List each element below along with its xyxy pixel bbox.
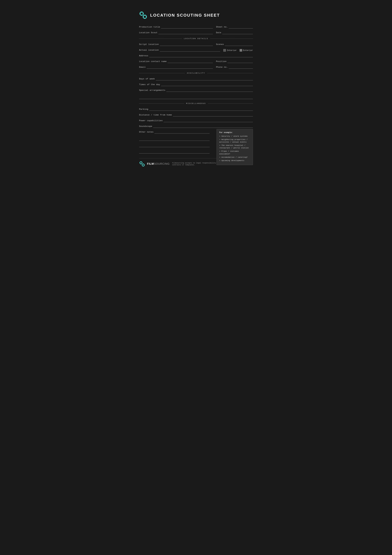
miscellaneous-divider: MISCELLANEOUS: [139, 102, 253, 104]
address-line[interactable]: [149, 54, 253, 57]
position-line[interactable]: [228, 60, 253, 63]
location-details-divider: LOCATION DETAILS: [139, 38, 253, 40]
phone-label: Phone no.: [216, 66, 228, 69]
production-title-field: Production title: [139, 26, 213, 29]
production-title-line[interactable]: [161, 26, 213, 29]
svg-rect-4: [141, 15, 142, 16]
phone-line[interactable]: [229, 66, 253, 69]
email-label: Email: [139, 66, 146, 69]
power-row: Power capabilities: [139, 119, 253, 122]
divider-line-left-2: [139, 73, 185, 73]
availability-label: AVAILABILITY: [185, 72, 207, 74]
footer-brand-light: SOURCING: [154, 162, 170, 165]
notes-item-3: • The nearest hospital / restaurant / pe…: [219, 144, 250, 149]
divider-line-left-3: [139, 103, 184, 104]
power-line[interactable]: [164, 119, 253, 122]
position-label: Position: [216, 60, 227, 63]
times-row: Times of the day: [139, 83, 253, 86]
scenes-label: Scenes: [216, 43, 224, 46]
note-blank-line-3[interactable]: [139, 149, 210, 153]
svg-rect-6: [141, 13, 141, 13]
notes-item-2: • Neighboring properties / activites / a…: [219, 138, 250, 143]
email-phone-row: Email Phone no.: [139, 66, 253, 69]
page-title: LOCATION SCOUTING SHEET: [150, 13, 220, 18]
actual-location-line[interactable]: [160, 49, 220, 51]
svg-rect-21: [141, 162, 142, 162]
email-field: Email: [139, 66, 213, 69]
scenes-field: Scenes: [216, 43, 253, 46]
other-notes-line[interactable]: [154, 131, 210, 133]
script-location-label: Script location: [139, 43, 159, 46]
svg-rect-7: [142, 13, 143, 13]
location-details-label: LOCATION DETAILS: [182, 38, 210, 40]
svg-rect-8: [141, 14, 141, 15]
divider-line-right-2: [207, 73, 253, 73]
location-contact-label: Location contact name: [139, 60, 167, 63]
days-of-week-line[interactable]: [156, 78, 253, 80]
page: LOCATION SCOUTING SHEET Production title…: [128, 3, 264, 193]
address-label: Address: [139, 55, 148, 57]
footer-brand-bold: FILM: [147, 162, 154, 165]
notes-box-title: For example:: [219, 131, 250, 134]
notes-item-6: • Upcoming developments: [219, 159, 250, 162]
svg-rect-10: [144, 16, 144, 16]
footer-logo-icon: [139, 161, 145, 167]
notes-item-4: • Props / costumes available?: [219, 150, 250, 155]
note-blank-line-2[interactable]: [139, 143, 210, 147]
interior-checkbox[interactable]: [223, 49, 226, 51]
note-blank-line-1[interactable]: [139, 136, 210, 141]
soundscape-field: Soundscape: [139, 125, 253, 128]
svg-rect-26: [143, 166, 143, 166]
distance-label: Distance / time from home: [139, 114, 172, 117]
times-field: Times of the day: [139, 83, 253, 86]
production-title-label: Production title: [139, 26, 160, 29]
times-line[interactable]: [161, 83, 253, 86]
scenes-line[interactable]: [225, 43, 253, 46]
other-notes-section: Other notes For example: • Security / al…: [139, 131, 253, 153]
days-of-week-field: Days of week: [139, 78, 253, 80]
svg-rect-11: [145, 16, 146, 16]
extra-note-lines: [139, 136, 210, 153]
address-row: Address: [139, 54, 253, 57]
location-scout-line[interactable]: [158, 31, 213, 34]
distance-line[interactable]: [173, 114, 253, 117]
notes-item-5: • Accomodation / catering?: [219, 156, 250, 159]
svg-rect-5: [144, 15, 145, 15]
date-field: Date: [216, 31, 253, 34]
svg-rect-27: [144, 166, 144, 166]
notes-box: For example: • Security / alarm systems …: [217, 129, 253, 165]
sheet-no-line[interactable]: [229, 26, 253, 29]
actual-location-field: Actual location: [139, 49, 220, 51]
exterior-checkbox[interactable]: [240, 49, 242, 51]
exterior-checkbox-item[interactable]: Exterior: [240, 49, 253, 51]
soundscape-label: Soundscape: [139, 125, 152, 128]
script-location-line[interactable]: [160, 43, 213, 46]
interior-label: Interior: [227, 49, 237, 51]
svg-rect-22: [140, 163, 141, 164]
location-contact-field: Location contact name: [139, 60, 213, 63]
svg-rect-19: [143, 163, 143, 164]
contact-row: Location contact name Position: [139, 60, 253, 63]
miscellaneous-label: MISCELLANEOUS: [184, 102, 208, 104]
distance-field: Distance / time from home: [139, 114, 253, 117]
availability-divider: AVAILABILITY: [139, 72, 253, 74]
email-line[interactable]: [147, 66, 213, 69]
location-contact-line[interactable]: [168, 60, 213, 63]
svg-rect-23: [141, 163, 142, 164]
special-arrangements-line[interactable]: [166, 89, 253, 92]
parking-line[interactable]: [149, 108, 253, 111]
interior-checkbox-item[interactable]: Interior: [223, 49, 237, 51]
soundscape-line[interactable]: [153, 125, 253, 128]
power-label: Power capabilities: [139, 119, 163, 122]
sheet-no-label: Sheet no.: [216, 26, 228, 29]
svg-rect-13: [145, 17, 146, 18]
actual-location-label: Actual location: [139, 49, 159, 51]
parking-row: Parking: [139, 108, 253, 111]
special-arrangements-row: Special arrangements: [139, 89, 253, 92]
date-label: Date: [216, 31, 221, 34]
special-arrangements-field: Special arrangements: [139, 89, 253, 92]
date-line[interactable]: [222, 31, 253, 34]
blank-line-1[interactable]: [139, 95, 253, 99]
script-location-field: Script location: [139, 43, 213, 46]
sheet-no-field: Sheet no.: [216, 26, 253, 29]
